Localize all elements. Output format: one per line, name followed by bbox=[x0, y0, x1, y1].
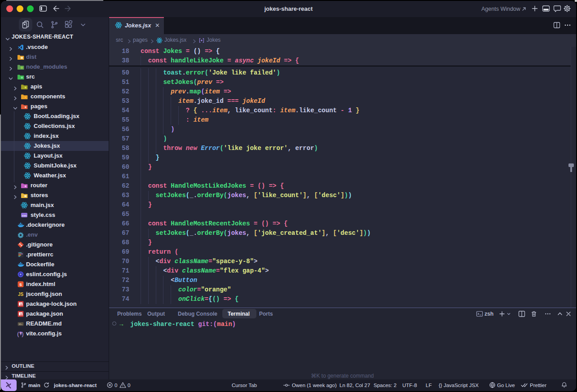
svg-text:5: 5 bbox=[19, 282, 22, 287]
svg-text:): ) bbox=[22, 331, 24, 337]
svg-text:JS: JS bbox=[18, 292, 24, 297]
svg-text:M+: M+ bbox=[19, 323, 23, 326]
svg-text:(: ( bbox=[17, 331, 19, 337]
svg-text:css: css bbox=[22, 214, 27, 217]
